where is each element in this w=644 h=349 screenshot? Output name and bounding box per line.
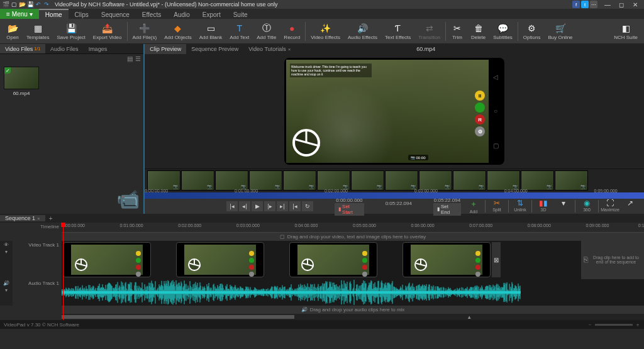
track-mute-icon[interactable]: 🔊 [3,280,9,286]
bin-options-icon[interactable]: ☰ [135,55,141,62]
tab-export[interactable]: Export [196,9,227,19]
track-menu-icon[interactable]: ▾ [5,249,8,255]
video-track-content[interactable]: ⊠ [62,241,581,279]
maximize-preview-button[interactable]: ⛶Maximize [600,199,620,214]
set-end-button[interactable]: ▮Set End [433,203,461,216]
timeline-ruler[interactable]: 0:00:00.000 0:01:00.000 0:02:00.000 0:03… [62,223,644,233]
filmstrip-frame[interactable] [181,170,214,191]
dropdown-button[interactable]: ▾ [553,199,574,214]
trim-button[interactable]: ✂Trim [447,19,467,43]
preview-tab-tutorials[interactable]: Video Tutorials × [243,44,296,54]
transition-button[interactable]: ⇄Transition [414,19,444,43]
audio-effects-button[interactable]: 🔊Audio Effects [344,19,381,43]
loop-button[interactable]: ↻ [302,201,313,211]
filmstrip-frame[interactable] [215,170,248,191]
open-icon[interactable]: 📂 [19,1,25,8]
preview-tab-clip[interactable]: Clip Preview [145,44,186,54]
step-fwd-button[interactable]: |▸ [264,201,275,211]
filmstrip-frame[interactable] [385,170,418,191]
close-button[interactable]: ✕ [629,1,641,8]
menu-button[interactable]: ≡ Menu ▾ [0,9,39,19]
audio-mix-hint[interactable]: 🔊Drag and drop your audio clips here to … [62,306,644,314]
bin-content[interactable]: 60.mp4 📹 [0,63,143,214]
bin-tab-audio[interactable]: Audio Files [45,44,84,53]
save-project-button[interactable]: 💾Save Project [53,19,89,43]
filmstrip-frame[interactable] [555,170,588,191]
record-button[interactable]: ●Record [280,19,304,43]
tab-clips[interactable]: Clips [69,9,95,19]
filmstrip-frame[interactable] [351,170,384,191]
popout-button[interactable]: ↗ [620,199,640,214]
filmstrip-frame[interactable] [521,170,554,191]
maximize-button[interactable]: ◻ [615,1,628,8]
filmstrip-frame[interactable] [419,170,452,191]
overlay-track-hint[interactable]: ▢Drag and drop your video, text and imag… [62,233,644,241]
open-button[interactable]: 📂Open [3,19,23,43]
export-video-button[interactable]: 📤Export Video [89,19,126,43]
set-start-button[interactable]: ▮Set Start [335,203,364,216]
filmstrip-frame[interactable] [487,170,520,191]
add-clip-button[interactable]: ＋Add [464,199,484,214]
split-button[interactable]: ✂Split [487,199,507,214]
undo-icon[interactable]: ↶ [35,1,42,8]
tab-audio[interactable]: Audio [167,9,196,19]
zoom-slider[interactable] [595,324,633,326]
filmstrip[interactable] [145,169,644,192]
filmstrip-frame[interactable] [283,170,316,191]
playhead[interactable] [63,223,64,320]
tab-suite[interactable]: Suite [227,9,254,19]
minimize-button[interactable]: — [601,1,614,8]
bin-tab-images[interactable]: Images [84,44,113,53]
tab-sequence[interactable]: Sequence [95,9,136,19]
step-back-button[interactable]: ◂| [239,201,250,211]
subtitles-button[interactable]: 💬Subtitles [489,19,516,43]
append-drop-zone[interactable]: ⎘Drag clip here to add to end of the seq… [581,241,644,279]
options-button[interactable]: ⚙Options [519,19,545,43]
bin-clip-thumb[interactable]: 60.mp4 [4,67,39,96]
go-start-button[interactable]: |◂ [226,201,238,211]
3d-button[interactable]: ▮▮3D [533,199,553,214]
bin-view-list-icon[interactable]: ▤ [127,55,133,62]
clip-end-handle[interactable]: ⊠ [492,242,501,277]
new-icon[interactable]: ▢ [11,1,17,8]
filmstrip-timebar[interactable]: 0:00:00.000 0:01:00.000 0:02:00.000 0:03… [145,192,644,199]
video-clip[interactable] [176,242,264,277]
redo-icon[interactable]: ↷ [43,1,50,8]
video-clip[interactable] [63,242,151,277]
add-blank-button[interactable]: ▭Add Blank [196,19,226,43]
add-objects-button[interactable]: ◆Add Objects [160,19,196,43]
audio-waveform[interactable] [62,279,644,306]
text-effects-button[interactable]: ƬText Effects [381,19,414,43]
tab-effects[interactable]: Effects [136,9,167,19]
share-icon[interactable]: ⋯ [590,1,597,8]
sequence-tab[interactable]: Sequence 1× [0,215,45,221]
close-sequence-icon[interactable]: × [37,216,40,221]
buy-online-button[interactable]: 🛒Buy Online [544,19,576,43]
track-visible-icon[interactable]: 👁 [4,242,9,248]
delete-button[interactable]: 🗑Delete [467,19,489,43]
add-text-button[interactable]: TAdd Text [226,19,253,43]
add-sequence-button[interactable]: + [45,215,57,222]
preview-tab-sequence[interactable]: Sequence Preview [186,44,243,54]
close-tab-icon[interactable]: × [288,47,291,52]
scroll-handle[interactable] [62,315,294,319]
play-button[interactable]: ▶ [252,201,263,211]
zoom-in-icon[interactable]: ＋ [635,321,640,328]
track-menu-icon[interactable]: ▾ [5,287,8,293]
tab-home[interactable]: Home [39,9,69,19]
timeline-scrollbar[interactable]: ▲ [62,314,644,320]
nch-suite-button[interactable]: ◧NCH Suite [610,19,641,43]
facebook-icon[interactable]: f [572,1,580,8]
filmstrip-frame[interactable] [317,170,350,191]
unlink-button[interactable]: ⇅Unlink [510,199,530,214]
templates-button[interactable]: ▦Templates [23,19,53,43]
go-end-button[interactable]: ▸| [277,201,288,211]
filmstrip-frame[interactable] [453,170,486,191]
video-clip[interactable] [289,242,377,277]
zoom-out-icon[interactable]: － [587,321,592,328]
save-icon[interactable]: 💾 [27,1,33,8]
preview-viewport[interactable]: Welcome truck driver. This time I'm goin… [145,54,644,169]
video-effects-button[interactable]: ✨Video Effects [307,19,344,43]
video-clip[interactable] [402,242,491,277]
bin-tab-video[interactable]: Video Files1/1 [0,44,45,53]
